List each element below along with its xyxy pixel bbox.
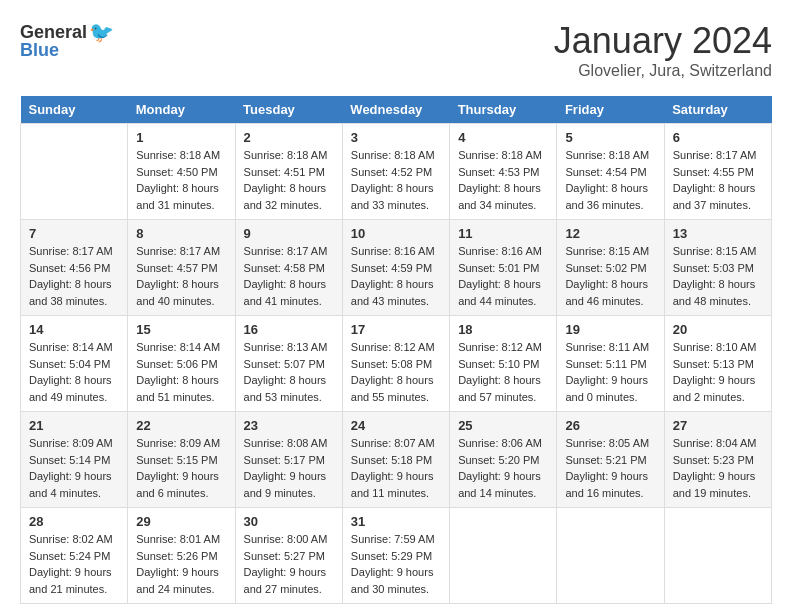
- location-title: Glovelier, Jura, Switzerland: [554, 62, 772, 80]
- calendar-cell: 7Sunrise: 8:17 AMSunset: 4:56 PMDaylight…: [21, 220, 128, 316]
- day-number: 2: [244, 130, 334, 145]
- calendar-cell: 12Sunrise: 8:15 AMSunset: 5:02 PMDayligh…: [557, 220, 664, 316]
- day-number: 10: [351, 226, 441, 241]
- day-number: 24: [351, 418, 441, 433]
- weekday-header-thursday: Thursday: [450, 96, 557, 124]
- title-section: January 2024 Glovelier, Jura, Switzerlan…: [554, 20, 772, 80]
- day-info: Sunrise: 8:14 AMSunset: 5:04 PMDaylight:…: [29, 339, 119, 405]
- calendar-cell: [557, 508, 664, 604]
- weekday-header-saturday: Saturday: [664, 96, 771, 124]
- day-number: 17: [351, 322, 441, 337]
- day-info: Sunrise: 8:12 AMSunset: 5:08 PMDaylight:…: [351, 339, 441, 405]
- day-number: 19: [565, 322, 655, 337]
- week-row-4: 21Sunrise: 8:09 AMSunset: 5:14 PMDayligh…: [21, 412, 772, 508]
- calendar-cell: 16Sunrise: 8:13 AMSunset: 5:07 PMDayligh…: [235, 316, 342, 412]
- day-info: Sunrise: 8:10 AMSunset: 5:13 PMDaylight:…: [673, 339, 763, 405]
- calendar-cell: 17Sunrise: 8:12 AMSunset: 5:08 PMDayligh…: [342, 316, 449, 412]
- day-info: Sunrise: 8:13 AMSunset: 5:07 PMDaylight:…: [244, 339, 334, 405]
- calendar-cell: 24Sunrise: 8:07 AMSunset: 5:18 PMDayligh…: [342, 412, 449, 508]
- day-info: Sunrise: 8:18 AMSunset: 4:50 PMDaylight:…: [136, 147, 226, 213]
- calendar-cell: 15Sunrise: 8:14 AMSunset: 5:06 PMDayligh…: [128, 316, 235, 412]
- calendar-cell: 5Sunrise: 8:18 AMSunset: 4:54 PMDaylight…: [557, 124, 664, 220]
- calendar-cell: 26Sunrise: 8:05 AMSunset: 5:21 PMDayligh…: [557, 412, 664, 508]
- calendar-cell: 22Sunrise: 8:09 AMSunset: 5:15 PMDayligh…: [128, 412, 235, 508]
- calendar-cell: 21Sunrise: 8:09 AMSunset: 5:14 PMDayligh…: [21, 412, 128, 508]
- week-row-5: 28Sunrise: 8:02 AMSunset: 5:24 PMDayligh…: [21, 508, 772, 604]
- day-info: Sunrise: 8:18 AMSunset: 4:54 PMDaylight:…: [565, 147, 655, 213]
- calendar-cell: 19Sunrise: 8:11 AMSunset: 5:11 PMDayligh…: [557, 316, 664, 412]
- calendar-cell: 8Sunrise: 8:17 AMSunset: 4:57 PMDaylight…: [128, 220, 235, 316]
- day-info: Sunrise: 8:18 AMSunset: 4:53 PMDaylight:…: [458, 147, 548, 213]
- calendar-cell: 1Sunrise: 8:18 AMSunset: 4:50 PMDaylight…: [128, 124, 235, 220]
- calendar-table: SundayMondayTuesdayWednesdayThursdayFrid…: [20, 96, 772, 604]
- day-info: Sunrise: 8:15 AMSunset: 5:02 PMDaylight:…: [565, 243, 655, 309]
- calendar-cell: 25Sunrise: 8:06 AMSunset: 5:20 PMDayligh…: [450, 412, 557, 508]
- calendar-cell: 13Sunrise: 8:15 AMSunset: 5:03 PMDayligh…: [664, 220, 771, 316]
- day-number: 20: [673, 322, 763, 337]
- day-info: Sunrise: 8:09 AMSunset: 5:14 PMDaylight:…: [29, 435, 119, 501]
- day-number: 29: [136, 514, 226, 529]
- day-info: Sunrise: 8:18 AMSunset: 4:51 PMDaylight:…: [244, 147, 334, 213]
- weekday-header-sunday: Sunday: [21, 96, 128, 124]
- day-number: 23: [244, 418, 334, 433]
- day-info: Sunrise: 8:16 AMSunset: 5:01 PMDaylight:…: [458, 243, 548, 309]
- calendar-cell: 4Sunrise: 8:18 AMSunset: 4:53 PMDaylight…: [450, 124, 557, 220]
- day-number: 4: [458, 130, 548, 145]
- day-number: 5: [565, 130, 655, 145]
- day-info: Sunrise: 8:16 AMSunset: 4:59 PMDaylight:…: [351, 243, 441, 309]
- calendar-cell: 18Sunrise: 8:12 AMSunset: 5:10 PMDayligh…: [450, 316, 557, 412]
- day-number: 11: [458, 226, 548, 241]
- day-number: 30: [244, 514, 334, 529]
- calendar-cell: 23Sunrise: 8:08 AMSunset: 5:17 PMDayligh…: [235, 412, 342, 508]
- weekday-header-monday: Monday: [128, 96, 235, 124]
- calendar-cell: 28Sunrise: 8:02 AMSunset: 5:24 PMDayligh…: [21, 508, 128, 604]
- day-number: 7: [29, 226, 119, 241]
- day-number: 26: [565, 418, 655, 433]
- day-number: 22: [136, 418, 226, 433]
- calendar-cell: 11Sunrise: 8:16 AMSunset: 5:01 PMDayligh…: [450, 220, 557, 316]
- calendar-cell: [21, 124, 128, 220]
- day-info: Sunrise: 8:18 AMSunset: 4:52 PMDaylight:…: [351, 147, 441, 213]
- day-info: Sunrise: 8:09 AMSunset: 5:15 PMDaylight:…: [136, 435, 226, 501]
- day-number: 21: [29, 418, 119, 433]
- weekday-header-row: SundayMondayTuesdayWednesdayThursdayFrid…: [21, 96, 772, 124]
- day-number: 1: [136, 130, 226, 145]
- day-info: Sunrise: 8:17 AMSunset: 4:58 PMDaylight:…: [244, 243, 334, 309]
- calendar-cell: 29Sunrise: 8:01 AMSunset: 5:26 PMDayligh…: [128, 508, 235, 604]
- weekday-header-friday: Friday: [557, 96, 664, 124]
- day-number: 16: [244, 322, 334, 337]
- day-number: 6: [673, 130, 763, 145]
- calendar-cell: [450, 508, 557, 604]
- day-number: 8: [136, 226, 226, 241]
- day-info: Sunrise: 8:14 AMSunset: 5:06 PMDaylight:…: [136, 339, 226, 405]
- calendar-cell: 9Sunrise: 8:17 AMSunset: 4:58 PMDaylight…: [235, 220, 342, 316]
- day-info: Sunrise: 8:00 AMSunset: 5:27 PMDaylight:…: [244, 531, 334, 597]
- day-number: 14: [29, 322, 119, 337]
- day-info: Sunrise: 8:06 AMSunset: 5:20 PMDaylight:…: [458, 435, 548, 501]
- day-info: Sunrise: 8:07 AMSunset: 5:18 PMDaylight:…: [351, 435, 441, 501]
- week-row-1: 1Sunrise: 8:18 AMSunset: 4:50 PMDaylight…: [21, 124, 772, 220]
- logo-bird-icon: 🐦: [89, 20, 114, 44]
- week-row-2: 7Sunrise: 8:17 AMSunset: 4:56 PMDaylight…: [21, 220, 772, 316]
- calendar-cell: 2Sunrise: 8:18 AMSunset: 4:51 PMDaylight…: [235, 124, 342, 220]
- day-info: Sunrise: 8:17 AMSunset: 4:57 PMDaylight:…: [136, 243, 226, 309]
- day-info: Sunrise: 7:59 AMSunset: 5:29 PMDaylight:…: [351, 531, 441, 597]
- weekday-header-wednesday: Wednesday: [342, 96, 449, 124]
- day-info: Sunrise: 8:11 AMSunset: 5:11 PMDaylight:…: [565, 339, 655, 405]
- calendar-cell: 27Sunrise: 8:04 AMSunset: 5:23 PMDayligh…: [664, 412, 771, 508]
- calendar-cell: 30Sunrise: 8:00 AMSunset: 5:27 PMDayligh…: [235, 508, 342, 604]
- calendar-cell: 31Sunrise: 7:59 AMSunset: 5:29 PMDayligh…: [342, 508, 449, 604]
- day-number: 25: [458, 418, 548, 433]
- day-number: 15: [136, 322, 226, 337]
- day-number: 9: [244, 226, 334, 241]
- day-info: Sunrise: 8:01 AMSunset: 5:26 PMDaylight:…: [136, 531, 226, 597]
- week-row-3: 14Sunrise: 8:14 AMSunset: 5:04 PMDayligh…: [21, 316, 772, 412]
- day-info: Sunrise: 8:05 AMSunset: 5:21 PMDaylight:…: [565, 435, 655, 501]
- header: General 🐦 Blue January 2024 Glovelier, J…: [20, 20, 772, 80]
- day-number: 18: [458, 322, 548, 337]
- logo: General 🐦 Blue: [20, 20, 114, 61]
- day-number: 12: [565, 226, 655, 241]
- day-info: Sunrise: 8:02 AMSunset: 5:24 PMDaylight:…: [29, 531, 119, 597]
- logo-blue-text: Blue: [20, 40, 59, 61]
- day-info: Sunrise: 8:17 AMSunset: 4:56 PMDaylight:…: [29, 243, 119, 309]
